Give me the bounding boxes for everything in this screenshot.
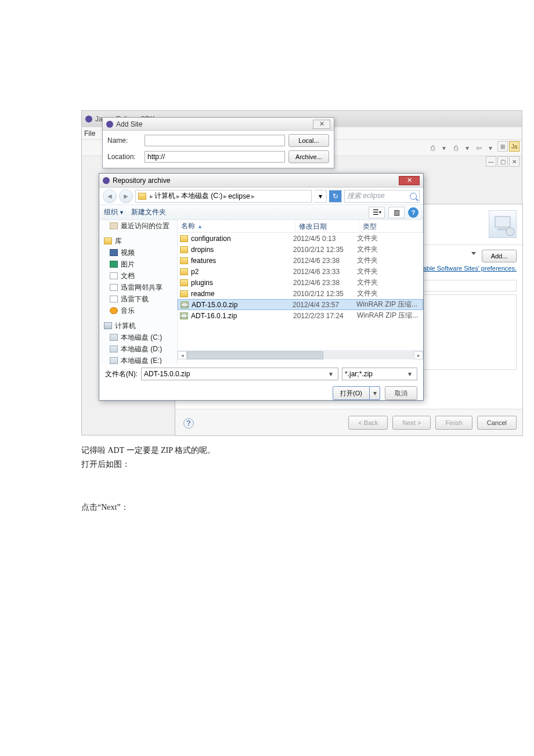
bc-eclipse[interactable]: eclipse	[228, 192, 250, 200]
file-row[interactable]: p22012/4/6 23:33文件夹	[178, 266, 423, 277]
sidebar-item-edrive[interactable]: 本地磁盘 (E:)	[99, 355, 177, 364]
open-button-main[interactable]: 打开(O)	[333, 386, 370, 400]
nav-back-icon[interactable]: ⇦	[474, 143, 484, 153]
bc-computer[interactable]: 计算机	[154, 191, 175, 201]
sidebar-item-docs[interactable]: 文档	[99, 270, 177, 282]
file-filter-dropdown[interactable]: *.jar;*.zip ▾	[342, 368, 417, 380]
filename-label: 文件名(N):	[105, 369, 138, 379]
sidebar-item-recent[interactable]: 最近访问的位置	[99, 220, 177, 232]
file-row[interactable]: ADT-16.0.1.zip2012/2/23 17:24WinRAR ZIP …	[178, 310, 423, 321]
chooser-titlebar[interactable]: Repository archive ✕	[99, 174, 423, 188]
close-icon[interactable]: ✕	[399, 176, 420, 185]
folder-icon	[180, 235, 188, 242]
back-button[interactable]: < Back	[348, 416, 388, 430]
sidebar[interactable]: 最近访问的位置 库 视频 图片 文档 迅雷网邻共享 迅雷下载 音乐 计算机 本地…	[99, 220, 178, 364]
nav-back-button[interactable]: ◄	[103, 189, 117, 203]
help-icon[interactable]: ?	[408, 207, 418, 218]
file-type: 文件夹	[357, 278, 421, 287]
local-button[interactable]: Local...	[288, 134, 329, 147]
next-button[interactable]: Next >	[392, 416, 431, 430]
file-row[interactable]: dropins2010/2/12 12:35文件夹	[178, 244, 423, 255]
chevron-down-icon[interactable]: ▾	[405, 370, 414, 378]
cancel-button[interactable]: Cancel	[477, 416, 517, 430]
document-text: 记得啦 ADT 一定要是 ZIP 格式的呢。 打开后如图： 点击“Next”：	[81, 444, 511, 514]
menu-file[interactable]: File	[84, 129, 95, 138]
refresh-icon[interactable]: ↻	[329, 190, 342, 203]
view-close-icon[interactable]: ✕	[509, 156, 519, 167]
col-date[interactable]: 修改日期	[295, 220, 359, 232]
nav-fwd-button[interactable]: ►	[119, 189, 133, 203]
file-row[interactable]: plugins2012/4/6 23:38文件夹	[178, 277, 423, 288]
scroll-left-icon[interactable]: ◂	[178, 351, 187, 359]
view-min-icon[interactable]: —	[486, 156, 496, 167]
sidebar-item-xunlei-dl[interactable]: 迅雷下载	[99, 293, 177, 305]
share-icon	[110, 284, 118, 291]
add-site-titlebar[interactable]: Add Site ✕	[103, 118, 334, 131]
available-sites-link[interactable]: 'ailable Software Sites' preferences.	[416, 265, 517, 272]
help-icon[interactable]: ?	[183, 418, 194, 429]
sidebar-item-music[interactable]: 音乐	[99, 305, 177, 316]
eclipse-icon	[85, 116, 92, 123]
file-name: configuration	[191, 235, 231, 243]
nav-dd-icon[interactable]: ▾	[439, 143, 449, 153]
sidebar-item-ddrive[interactable]: 本地磁盘 (D:)	[99, 343, 177, 355]
search-input[interactable]: 搜索 eclipse	[344, 190, 420, 203]
chevron-down-icon[interactable]: ▾	[326, 370, 335, 378]
file-date: 2012/4/6 23:38	[293, 279, 357, 287]
filename-input[interactable]: ADT-15.0.0.zip ▾	[141, 368, 338, 380]
nav-dd3-icon[interactable]: ▾	[486, 143, 495, 153]
scroll-thumb[interactable]	[187, 351, 323, 359]
nav-pin2-icon[interactable]: ⎙	[451, 143, 460, 153]
file-row[interactable]: readme2010/2/12 12:35文件夹	[178, 288, 423, 299]
file-row[interactable]: ADT-15.0.0.zip2012/4/4 23:57WinRAR ZIP 压…	[178, 299, 423, 310]
perspective-java-icon[interactable]: Ja	[509, 141, 519, 152]
file-list[interactable]: 名称▲ 修改日期 类型 configuration2012/4/5 0:13文件…	[178, 220, 423, 364]
close-icon[interactable]: ✕	[313, 120, 330, 129]
new-folder-button[interactable]: 新建文件夹	[131, 207, 166, 217]
nav-pin-icon[interactable]: ⎙	[428, 143, 437, 153]
doc-line3: 点击“Next”：	[81, 501, 511, 514]
chevron-right-icon: ▸	[222, 192, 228, 200]
library-icon	[104, 237, 112, 244]
view-max-icon[interactable]: ▢	[497, 156, 508, 167]
file-name: plugins	[191, 279, 213, 287]
finish-button[interactable]: Finish	[435, 416, 472, 430]
nav-dd2-icon[interactable]: ▾	[463, 143, 472, 153]
file-name: ADT-16.0.1.zip	[191, 312, 237, 320]
sidebar-item-video[interactable]: 视频	[99, 247, 177, 258]
open-button[interactable]: 打开(O) ▾	[333, 386, 380, 400]
organize-menu[interactable]: 组织▼	[104, 207, 124, 217]
file-date: 2012/4/5 0:13	[293, 235, 357, 243]
breadcrumb-dropdown-icon[interactable]: ▾	[314, 190, 327, 203]
horizontal-scrollbar[interactable]: ◂ ▸	[178, 350, 423, 359]
install-banner-icon	[489, 210, 517, 238]
bc-cdrive[interactable]: 本地磁盘 (C:)	[181, 191, 222, 201]
sidebar-item-pictures[interactable]: 图片	[99, 258, 177, 270]
preview-pane-icon[interactable]: ▥	[388, 207, 405, 218]
name-input[interactable]	[145, 135, 285, 146]
location-label: Location:	[107, 153, 141, 161]
zip-icon	[181, 301, 189, 308]
add-site-button[interactable]: Add...	[482, 250, 517, 262]
sidebar-item-library[interactable]: 库	[99, 235, 177, 247]
search-placeholder: 搜索 eclipse	[347, 191, 385, 201]
sidebar-item-cdrive[interactable]: 本地磁盘 (C:)	[99, 332, 177, 343]
col-type[interactable]: 类型	[359, 220, 423, 232]
sidebar-item-xunlei-share[interactable]: 迅雷网邻共享	[99, 282, 177, 293]
file-type: 文件夹	[357, 233, 421, 243]
sidebar-item-computer[interactable]: 计算机	[99, 320, 177, 332]
video-icon	[110, 249, 118, 256]
view-mode-icon[interactable]: ☰▾	[369, 207, 385, 218]
file-row[interactable]: configuration2012/4/5 0:13文件夹	[178, 233, 423, 244]
column-headers[interactable]: 名称▲ 修改日期 类型	[178, 220, 423, 233]
file-row[interactable]: features2012/4/6 23:38文件夹	[178, 255, 423, 266]
open-button-dropdown-icon[interactable]: ▾	[370, 386, 380, 400]
breadcrumb-path[interactable]: ▸ 计算机 ▸ 本地磁盘 (C:) ▸ eclipse ▸	[135, 190, 312, 203]
col-name[interactable]: 名称	[181, 221, 195, 231]
archive-button[interactable]: Archive...	[288, 150, 329, 163]
perspective-switch-icon[interactable]: ⊞	[497, 141, 508, 152]
location-input[interactable]	[145, 151, 285, 163]
cancel-button[interactable]: 取消	[385, 386, 417, 400]
scroll-right-icon[interactable]: ▸	[414, 351, 423, 359]
work-with-dropdown-icon[interactable]	[471, 252, 476, 255]
